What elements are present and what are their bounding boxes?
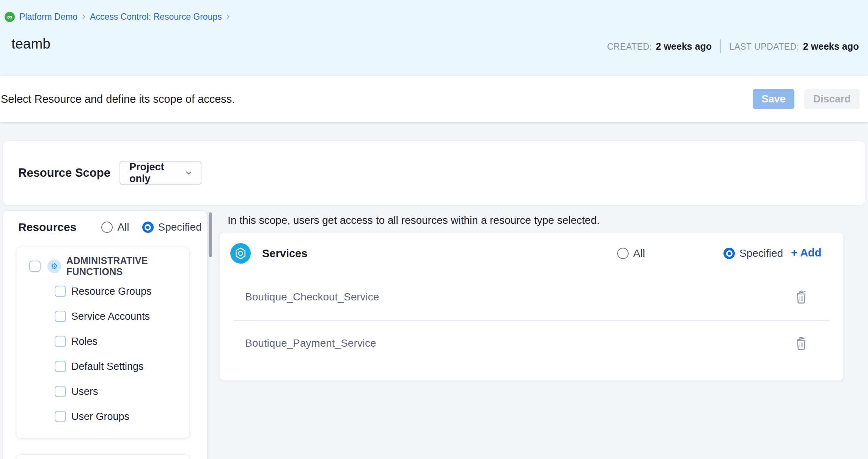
services-radio-all[interactable]: All — [617, 247, 645, 259]
main-content: Resource Scope Project only Resources Al… — [0, 122, 868, 459]
item-label: Service Accounts — [71, 311, 150, 322]
service-name: Boutique_Payment_Service — [245, 337, 376, 349]
scope-hint-text: In this scope, users get access to all r… — [228, 214, 599, 226]
resources-radio-specified-label: Specified — [158, 221, 202, 233]
meta-divider — [720, 39, 721, 53]
resources-radio-all[interactable]: All — [101, 221, 129, 233]
save-button[interactable]: Save — [753, 89, 794, 109]
last-updated-label: LAST UPDATED: — [729, 42, 799, 52]
services-card: Services All Specified + Add Boutique_Ch… — [219, 232, 844, 381]
resource-item-row: User Groups — [16, 404, 189, 429]
resource-group-card-environments: ⚙ ENVIRONMENTS — [16, 454, 190, 459]
item-label: Roles — [71, 336, 97, 347]
add-service-button[interactable]: + Add — [791, 247, 821, 259]
service-row: Boutique_Payment_Service — [220, 321, 843, 366]
infinity-logo-icon: ∞ — [5, 12, 15, 22]
item-label: Default Settings — [71, 361, 144, 373]
chevron-right-icon: › — [82, 10, 85, 22]
page-title: teamb — [11, 36, 50, 52]
radio-unchecked-icon[interactable] — [101, 222, 113, 233]
breadcrumb-link-resource-groups[interactable]: Access Control: Resource Groups — [90, 12, 222, 22]
services-title: Services — [262, 247, 307, 260]
resource-scope-label: Resource Scope — [18, 166, 110, 180]
resource-item-row: Default Settings — [16, 354, 189, 379]
resources-panel-header: Resources All Specified — [3, 211, 207, 234]
header-meta: CREATED: 2 weeks ago LAST UPDATED: 2 wee… — [607, 39, 859, 53]
resource-scope-selected-value: Project only — [129, 161, 184, 185]
chevron-right-icon: › — [226, 10, 230, 22]
checkbox-user-groups[interactable] — [55, 411, 66, 422]
discard-button[interactable]: Discard — [804, 89, 860, 109]
radio-unchecked-icon[interactable] — [617, 248, 629, 259]
service-name: Boutique_Checkout_Service — [245, 291, 379, 303]
toolbar-description: Select Resource and define its scope of … — [0, 93, 235, 105]
service-row: Boutique_Checkout_Service — [220, 274, 843, 320]
radio-checked-icon[interactable] — [723, 248, 735, 259]
resource-type-row: ⚙ ADMINISTRATIVE FUNCTIONS — [16, 254, 189, 279]
services-radio-specified[interactable]: Specified — [723, 247, 783, 259]
item-label: Users — [71, 386, 98, 398]
delete-service-button[interactable] — [794, 289, 808, 305]
created-meta: CREATED: 2 weeks ago — [607, 41, 712, 52]
checkbox-service-accounts[interactable] — [55, 311, 66, 322]
resource-item-row: Resource Groups — [16, 279, 189, 304]
resources-panel: Resources All Specified ⚙ ADMINISTRATIVE… — [3, 211, 207, 459]
radio-checked-icon[interactable] — [142, 222, 154, 233]
left-panel-scrollbar[interactable] — [209, 212, 212, 257]
services-radio-all-label: All — [633, 247, 645, 259]
checkbox-default-settings[interactable] — [55, 361, 66, 372]
last-updated-meta: LAST UPDATED: 2 weeks ago — [729, 41, 859, 52]
chevron-down-icon — [184, 168, 193, 178]
resources-title: Resources — [18, 221, 76, 234]
resource-item-row: Service Accounts — [16, 304, 189, 329]
checkbox-roles[interactable] — [55, 336, 66, 347]
last-updated-value: 2 weeks ago — [803, 41, 859, 52]
resource-item-row: Roles — [16, 329, 189, 354]
item-label: User Groups — [71, 411, 129, 423]
resource-scope-select[interactable]: Project only — [120, 161, 201, 185]
resources-radio-specified[interactable]: Specified — [142, 221, 202, 233]
gear-icon: ⚙ — [47, 259, 61, 273]
breadcrumb: ∞ Platform Demo › Access Control: Resour… — [5, 11, 230, 22]
action-toolbar: Select Resource and define its scope of … — [0, 76, 868, 122]
services-hexagon-icon — [230, 243, 251, 264]
page-header: ∞ Platform Demo › Access Control: Resour… — [0, 0, 868, 76]
resources-radio-all-label: All — [117, 221, 129, 233]
item-label: Resource Groups — [71, 286, 152, 297]
resource-group-card-administrative-functions: ⚙ ADMINISTRATIVE FUNCTIONS Resource Grou… — [16, 247, 190, 439]
created-value: 2 weeks ago — [656, 41, 712, 52]
checkbox-resource-groups[interactable] — [55, 286, 66, 297]
checkbox-administrative-functions[interactable] — [29, 261, 41, 272]
checkbox-users[interactable] — [55, 386, 66, 397]
services-card-header: Services All Specified + Add — [220, 233, 843, 274]
breadcrumb-link-platform-demo[interactable]: Platform Demo — [19, 12, 77, 22]
delete-service-button[interactable] — [794, 336, 808, 351]
created-label: CREATED: — [607, 42, 652, 52]
group-label: ADMINISTRATIVE FUNCTIONS — [66, 255, 189, 277]
services-radio-specified-label: Specified — [739, 247, 783, 259]
resource-scope-card: Resource Scope Project only — [3, 141, 865, 205]
resource-item-row: Users — [16, 379, 189, 404]
